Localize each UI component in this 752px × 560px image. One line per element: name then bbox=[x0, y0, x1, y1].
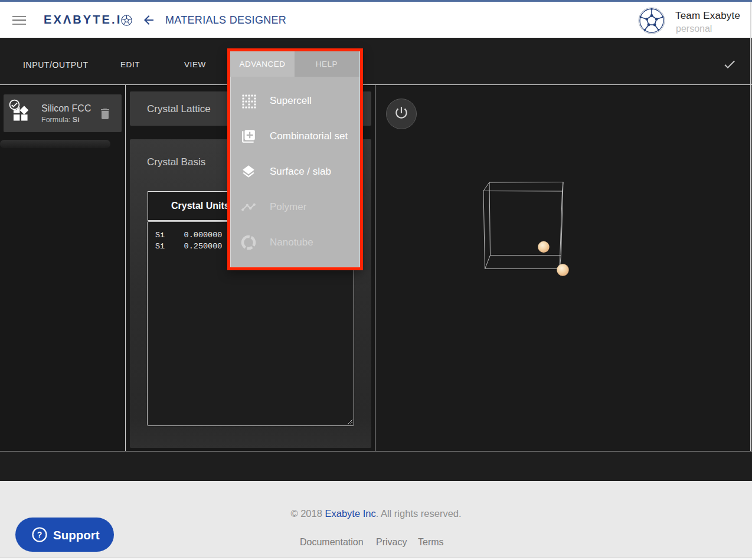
svg-text:?: ? bbox=[37, 530, 42, 539]
